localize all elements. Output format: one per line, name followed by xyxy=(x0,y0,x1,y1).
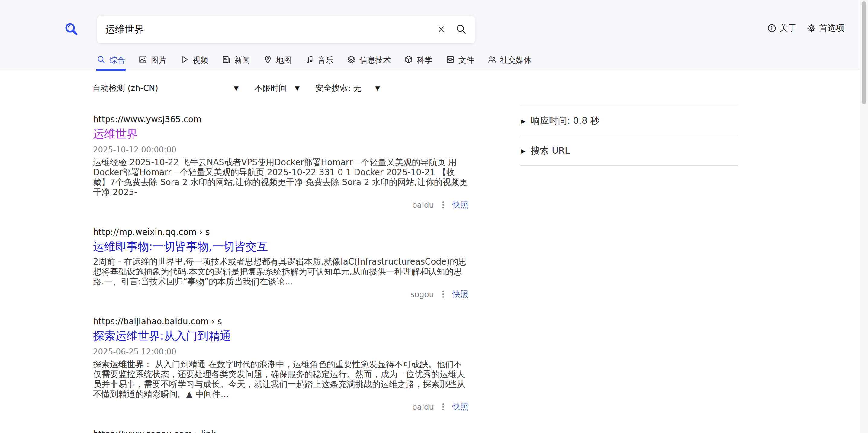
social-media-icon xyxy=(488,55,497,66)
search-submit-button[interactable] xyxy=(455,23,467,36)
science-icon xyxy=(404,55,413,66)
result-snippet: 2周前 - 在运维的世界里,每一项技术或者思想都有其逻辑本质.就像IaC(Inf… xyxy=(93,257,468,286)
result-date: 2025-06-25 12:00:00 xyxy=(93,347,468,356)
engine-name: baidu xyxy=(412,402,434,411)
header: 关于 首选项 综合 图片 视频 新闻 地图 xyxy=(0,0,860,70)
scrollbar-thumb[interactable] xyxy=(862,1,866,104)
result-url: https://www.sogou.com › link xyxy=(93,429,468,433)
tab-files[interactable]: 文件 xyxy=(446,50,474,70)
news-icon xyxy=(222,55,231,66)
search-result: http://mp.weixin.qq.com › s 运维即事物:一切皆事物,… xyxy=(93,227,468,300)
map-icon xyxy=(264,55,272,66)
sidebar-row-search-url[interactable]: ▶ 搜索 URL xyxy=(520,135,738,166)
results-list: https://www.ywsj365.com 运维世界 2025-10-12 … xyxy=(93,115,468,433)
music-icon xyxy=(305,55,314,66)
tab-science[interactable]: 科学 xyxy=(404,50,433,70)
category-tabs: 综合 图片 视频 新闻 地图 音乐 信息技术 科学 文件 社交媒体 xyxy=(97,50,532,70)
language-select[interactable]: 自动检测 (zh-CN) ▼ xyxy=(92,83,239,94)
search-icon xyxy=(455,23,467,36)
result-title-link[interactable]: 运维世界 xyxy=(93,127,138,141)
chevron-down-icon: ▼ xyxy=(234,85,239,92)
result-meta: baidu 快照 xyxy=(93,402,468,412)
scrollbar-track[interactable] xyxy=(860,0,868,433)
preferences-link[interactable]: 首选项 xyxy=(807,22,844,34)
search-results-page: 关于 首选项 综合 图片 视频 新闻 地图 xyxy=(0,0,868,433)
tab-news[interactable]: 新闻 xyxy=(222,50,250,70)
preferences-label: 首选项 xyxy=(819,22,844,34)
videos-icon xyxy=(180,55,189,66)
cached-link[interactable]: 快照 xyxy=(453,402,468,412)
images-icon xyxy=(138,55,147,66)
result-title-link[interactable]: 探索运维世界:从入门到精通 xyxy=(93,329,231,343)
close-icon xyxy=(437,25,446,35)
language-select-value: 自动检测 (zh-CN) xyxy=(92,83,158,94)
tab-videos[interactable]: 视频 xyxy=(180,50,208,70)
safesearch-select-value: 安全搜索: 无 xyxy=(315,83,362,94)
tab-map[interactable]: 地图 xyxy=(264,50,292,70)
tab-social-media[interactable]: 社交媒体 xyxy=(488,50,532,70)
tab-it[interactable]: 信息技术 xyxy=(347,50,391,70)
search-icon xyxy=(97,55,106,66)
about-link[interactable]: 关于 xyxy=(767,22,797,34)
kebab-menu-icon[interactable] xyxy=(442,201,444,209)
result-date: 2025-10-12 00:00:00 xyxy=(93,145,468,154)
tab-images[interactable]: 图片 xyxy=(138,50,167,70)
it-icon xyxy=(347,55,356,66)
search-result: https://www.ywsj365.com 运维世界 2025-10-12 … xyxy=(93,115,468,210)
result-meta: baidu 快照 xyxy=(93,199,468,210)
search-result: https://baijiahao.baidu.com › s 探索运维世界:从… xyxy=(93,316,468,412)
files-icon xyxy=(446,55,455,66)
result-title-link[interactable]: 运维即事物:一切皆事物,一切皆交互 xyxy=(93,240,268,254)
sidebar-row-response-time[interactable]: ▶ 响应时间: 0.8 秒 xyxy=(520,106,738,135)
time-range-select-value: 不限时间 xyxy=(254,83,287,94)
chevron-right-icon: ▶ xyxy=(521,118,526,124)
result-snippet: 探索运维世界： 从入门到精通 在数字时代的浪潮中，运维角色的重要性愈发显得不可或… xyxy=(93,359,468,399)
search-input[interactable] xyxy=(105,16,437,44)
result-snippet: 运维经验 2025-10-22 飞牛云NAS或者VPS使用Docker部署Hom… xyxy=(93,157,468,197)
info-sidebar: ▶ 响应时间: 0.8 秒 ▶ 搜索 URL xyxy=(520,106,738,166)
info-icon xyxy=(767,24,776,33)
sidebar-row-label: 搜索 URL xyxy=(531,145,570,157)
kebab-menu-icon[interactable] xyxy=(442,403,444,411)
engine-name: baidu xyxy=(412,200,434,210)
search-filters: 自动检测 (zh-CN) ▼ 不限时间 ▼ 安全搜索: 无 ▼ xyxy=(92,80,380,96)
about-label: 关于 xyxy=(779,22,797,34)
sidebar-row-label: 响应时间: 0.8 秒 xyxy=(531,115,599,127)
chevron-right-icon: ▶ xyxy=(521,148,526,154)
search-result: https://www.sogou.com › link 运维世界大会干货总结_… xyxy=(93,429,468,433)
result-meta: sogou 快照 xyxy=(93,289,468,300)
app-logo-magnifier-icon[interactable] xyxy=(64,22,80,37)
tab-general[interactable]: 综合 xyxy=(97,50,125,70)
header-links: 关于 首选项 xyxy=(767,22,844,34)
cached-link[interactable]: 快照 xyxy=(453,199,468,210)
chevron-down-icon: ▼ xyxy=(375,85,380,92)
clear-search-button[interactable] xyxy=(437,25,446,35)
engine-name: sogou xyxy=(410,290,434,299)
kebab-menu-icon[interactable] xyxy=(442,290,444,298)
chevron-down-icon: ▼ xyxy=(295,85,300,92)
search-form xyxy=(97,16,475,43)
result-url: http://mp.weixin.qq.com › s xyxy=(93,227,468,237)
tab-music[interactable]: 音乐 xyxy=(305,50,334,70)
time-range-select[interactable]: 不限时间 ▼ xyxy=(254,83,300,94)
cached-link[interactable]: 快照 xyxy=(453,289,468,300)
result-url: https://baijiahao.baidu.com › s xyxy=(93,316,468,327)
safesearch-select[interactable]: 安全搜索: 无 ▼ xyxy=(315,83,380,94)
gear-icon xyxy=(807,24,816,33)
result-url: https://www.ywsj365.com xyxy=(93,115,468,125)
